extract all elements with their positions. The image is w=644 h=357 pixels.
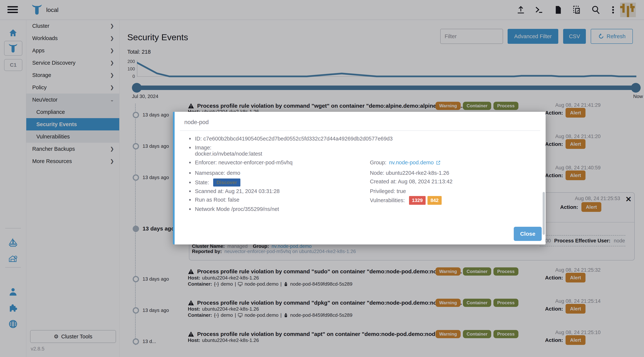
group-link[interactable]: nv.node-pod.demo: [389, 160, 434, 166]
modal-title: node-pod: [184, 119, 209, 126]
modal-scanned: Scanned at: Aug 21, 2024 03:31:28: [189, 188, 357, 194]
modal-state: State: Discover: [189, 178, 357, 186]
modal-enforcer: Enforcer: neuvector-enforcer-pod-m5vhq: [189, 160, 357, 166]
modal-network-mode: Network Mode /proc/355299/ns/net: [189, 206, 357, 212]
modal-run-as-root: Run as Root: false: [189, 197, 357, 203]
external-link-icon[interactable]: [436, 160, 441, 165]
modal-group: Group: nv.node-pod.demo: [370, 160, 538, 166]
modal-id: ID: c7e600b2bbcd41905405ec2d7bed0552c5fd…: [189, 136, 469, 142]
modal-vulnerabilities: Vulnerabilities: 1329 842: [370, 196, 538, 205]
vuln-high-badge: 1329: [409, 196, 426, 205]
close-button[interactable]: Close: [514, 227, 542, 241]
modal-privileged: Privileged: true: [370, 188, 538, 194]
modal-namespace: Namespace: demo: [189, 170, 357, 176]
modal-node: Node: ubuntu2204-rke2-k8s-1.26: [370, 170, 538, 176]
discover-state-badge: Discover: [213, 178, 240, 186]
modal-image: Image: docker.io/nvbeta/node:latest: [189, 144, 357, 157]
node-pod-modal: node-pod ID: c7e600b2bbcd41905405ec2d7be…: [173, 112, 546, 244]
modal-scrollbar[interactable]: [543, 192, 545, 235]
modal-divider: [180, 130, 540, 131]
modal-created: Created at: Aug 08, 2024 21:13:42: [370, 178, 538, 185]
vuln-medium-badge: 842: [428, 196, 442, 205]
